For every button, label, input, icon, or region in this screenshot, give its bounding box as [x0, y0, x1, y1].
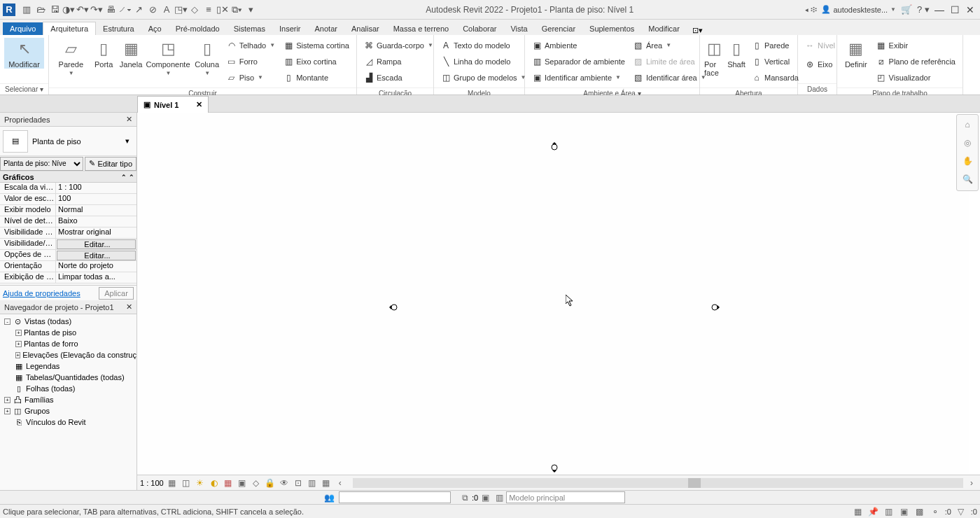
instance-filter-select[interactable]: Planta de piso: Níve: [0, 157, 83, 171]
worksharing-icon[interactable]: ▥: [307, 477, 318, 489]
prop-value[interactable]: Editar...: [57, 251, 136, 260]
property-row[interactable]: Exibição de u...Limpar todas a...: [0, 272, 136, 284]
minimize-button[interactable]: —: [934, 4, 945, 15]
prop-value[interactable]: Limpar todas a...: [56, 272, 136, 283]
qat-customize-icon[interactable]: ▾: [245, 4, 256, 15]
viewer-button[interactable]: ◰Visualizador: [874, 70, 958, 85]
tag-area-button[interactable]: ▧Identificar área▼: [631, 70, 709, 85]
area-button[interactable]: ▧Área▼: [631, 38, 709, 52]
qat-3d-icon[interactable]: ◳▾: [175, 4, 186, 15]
prop-value[interactable]: Editar...: [57, 239, 136, 249]
temp-hide-icon[interactable]: 👁: [279, 477, 290, 489]
tab-premoldado[interactable]: Pré-moldado: [169, 22, 227, 35]
prop-value[interactable]: 1 : 100: [56, 183, 136, 193]
tree-node[interactable]: ▦Legendas: [0, 360, 136, 372]
worksets-icon[interactable]: 👥: [323, 492, 335, 503]
elevation-marker-east[interactable]: [711, 303, 720, 312]
qat-thinlines-icon[interactable]: ≡: [203, 4, 214, 15]
prop-value[interactable]: Mostrar original: [56, 227, 136, 238]
tab-inserir[interactable]: Inserir: [272, 22, 308, 35]
tab-colaborar[interactable]: Colaborar: [456, 22, 503, 35]
tab-suplementos[interactable]: Suplementos: [582, 22, 641, 35]
expand-icon[interactable]: -: [4, 318, 10, 325]
shaft-button[interactable]: ▯Shaft: [727, 38, 746, 69]
elevation-marker-north[interactable]: [550, 142, 559, 150]
nav-zoom-icon[interactable]: 🔍: [960, 172, 974, 186]
view-tab[interactable]: ▣ Nível 1 ✕: [137, 96, 209, 113]
design-options-icon[interactable]: ▥: [493, 492, 505, 503]
prop-group-graphics[interactable]: Gráficos ⌃ ⌃: [0, 172, 136, 183]
tree-node[interactable]: +Plantas de forro: [0, 338, 136, 349]
qat-text-icon[interactable]: A: [161, 4, 172, 15]
model-line-button[interactable]: ╲Linha do modelo: [438, 54, 528, 69]
curtain-system-button[interactable]: ▦Sistema cortina: [281, 38, 352, 52]
filter-count-icon[interactable]: ⚬: [930, 506, 941, 517]
door-button[interactable]: ▯Porta: [92, 38, 116, 69]
tree-node[interactable]: ⎘Vínculos do Revit: [0, 416, 136, 428]
view-tab-close-icon[interactable]: ✕: [196, 100, 202, 109]
expand-icon[interactable]: +: [15, 352, 20, 358]
view-scale[interactable]: 1 : 100: [140, 479, 164, 487]
tab-vista[interactable]: Vista: [503, 22, 534, 35]
prop-value[interactable]: Normal: [56, 205, 136, 216]
drawing-canvas[interactable]: [137, 113, 969, 473]
qat-sync-icon[interactable]: ◑▾: [63, 4, 74, 15]
qat-print-icon[interactable]: 🖶: [105, 4, 116, 15]
floor-button[interactable]: ▱Piso▼: [224, 70, 278, 85]
scroll-end-icon[interactable]: ‹: [335, 477, 346, 489]
wall-button[interactable]: ▱Parede▼: [53, 38, 89, 76]
property-row[interactable]: Nível de detalheBaixo: [0, 216, 136, 227]
column-button[interactable]: ▯Coluna▼: [193, 38, 221, 76]
tree-node[interactable]: +Plantas de piso: [0, 327, 136, 338]
qat-measure-icon[interactable]: ⟋▾: [119, 4, 130, 15]
component-button[interactable]: ◳Componente▼: [146, 38, 190, 76]
reveal-constraints-icon[interactable]: ▦: [321, 477, 332, 489]
wall-opening-button[interactable]: ▯Parede: [749, 38, 802, 52]
select-faces-icon[interactable]: ▣: [899, 506, 910, 517]
collapse-icon[interactable]: ⌃ ⌃: [121, 174, 134, 181]
prop-value[interactable]: 100: [56, 194, 136, 204]
qat-section-icon[interactable]: ◇: [189, 4, 200, 15]
app-logo[interactable]: R: [3, 4, 15, 16]
vertical-opening-button[interactable]: ▯Vertical: [749, 54, 802, 69]
railing-button[interactable]: ⌘Guarda-corpo▼: [361, 38, 436, 52]
tab-massa[interactable]: Massa e terreno: [386, 22, 456, 35]
curtain-grid-button[interactable]: ▥Eixo cortina: [281, 54, 352, 69]
prop-value[interactable]: Norte do projeto: [56, 261, 136, 272]
tab-anotar[interactable]: Anotar: [308, 22, 344, 35]
project-browser[interactable]: -⊙Vistas (todas)+Plantas de piso+Plantas…: [0, 314, 136, 504]
qat-undo-icon[interactable]: ↶▾: [77, 4, 88, 15]
tab-analisar[interactable]: Analisar: [344, 22, 386, 35]
tab-gerenciar[interactable]: Gerenciar: [535, 22, 582, 35]
room-button[interactable]: ▣Ambiente: [529, 38, 628, 52]
reveal-hidden-icon[interactable]: ⊡: [293, 477, 304, 489]
qat-tag-icon[interactable]: ⊘: [147, 4, 158, 15]
edit-type-button[interactable]: ✎Editar tipo: [85, 157, 136, 171]
expand-icon[interactable]: +: [4, 408, 10, 414]
dormer-button[interactable]: ⌂Mansarda: [749, 70, 802, 85]
roof-button[interactable]: ◠Telhado▼: [224, 38, 278, 52]
shadows-icon[interactable]: ◐: [209, 477, 220, 489]
qat-close-inactive-icon[interactable]: ▯✕: [217, 4, 228, 15]
elevation-marker-south[interactable]: [550, 464, 559, 472]
expand-icon[interactable]: +: [15, 341, 22, 347]
mullion-button[interactable]: ▯Montante: [281, 70, 352, 85]
qat-open-icon[interactable]: 🗁: [35, 4, 46, 15]
model-text-button[interactable]: ATexto do modelo: [438, 38, 528, 52]
type-selector[interactable]: ▤ Planta de piso ▾: [0, 127, 136, 156]
drag-elements-icon[interactable]: ▥: [883, 506, 895, 517]
background-icon[interactable]: ▩: [914, 506, 925, 517]
nav-bar[interactable]: ⌂ ◎ ✋ 🔍: [956, 114, 979, 191]
tab-sistemas[interactable]: Sistemas: [227, 22, 272, 35]
property-row[interactable]: Escala da vista1 : 100: [0, 183, 136, 194]
byface-button[interactable]: ◫Por face: [704, 38, 724, 77]
nav-pan-icon[interactable]: ✋: [960, 154, 974, 168]
modify-button[interactable]: ↖ Modificar: [4, 38, 44, 69]
rendering-icon[interactable]: ▦: [223, 477, 234, 489]
property-row[interactable]: Exibir modeloNormal: [0, 205, 136, 216]
property-row[interactable]: Valor de escal...100: [0, 194, 136, 205]
ceiling-button[interactable]: ▭Forro: [224, 54, 278, 69]
properties-help-link[interactable]: Ajuda de propriedades: [3, 289, 80, 298]
filter-icon[interactable]: ▽: [955, 506, 967, 517]
crop-view-icon[interactable]: ▣: [237, 477, 248, 489]
